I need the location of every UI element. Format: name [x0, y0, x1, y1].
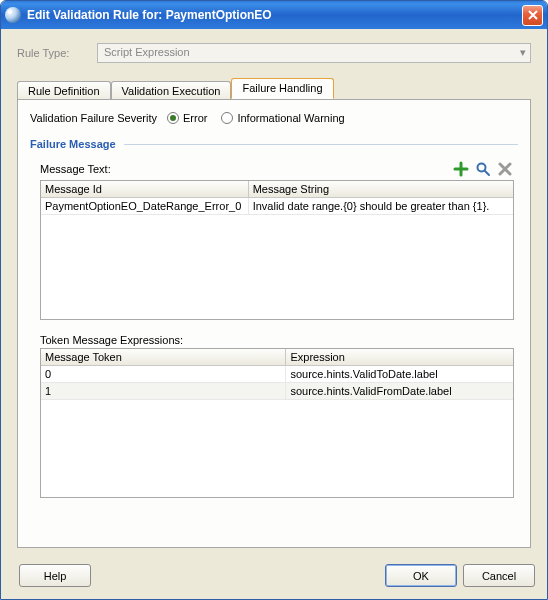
- radio-label: Informational Warning: [237, 112, 344, 124]
- group-title: Failure Message: [30, 138, 116, 150]
- table-row[interactable]: 0 source.hints.ValidToDate.label: [41, 366, 513, 383]
- cell-expression[interactable]: source.hints.ValidToDate.label: [286, 366, 513, 382]
- search-icon: [475, 161, 491, 177]
- tab-bar: Rule Definition Validation Execution Fai…: [17, 77, 531, 99]
- radio-label: Error: [183, 112, 207, 124]
- message-table: Message Id Message String PaymentOptionE…: [40, 180, 514, 320]
- failure-message-group: Failure Message Message Text:: [30, 138, 518, 539]
- cell-token[interactable]: 0: [41, 366, 286, 382]
- tab-rule-definition[interactable]: Rule Definition: [17, 81, 111, 100]
- table-header: Message Id Message String: [41, 181, 513, 198]
- table-body: PaymentOptionEO_DateRange_Error_0 Invali…: [41, 198, 513, 319]
- col-message-string[interactable]: Message String: [249, 181, 513, 197]
- content-area: Rule Type: Script Expression ▾ Rule Defi…: [1, 29, 547, 556]
- cell-message-string[interactable]: Invalid date range.{0} should be greater…: [249, 198, 513, 214]
- col-message-id[interactable]: Message Id: [41, 181, 249, 197]
- dialog-window: Edit Validation Rule for: PaymentOptionE…: [0, 0, 548, 600]
- message-toolbar: [452, 160, 514, 178]
- table-row[interactable]: PaymentOptionEO_DateRange_Error_0 Invali…: [41, 198, 513, 215]
- token-label: Token Message Expressions:: [40, 334, 514, 346]
- tab-failure-handling[interactable]: Failure Handling: [231, 78, 333, 99]
- group-divider: [124, 144, 518, 145]
- search-message-button[interactable]: [474, 160, 492, 178]
- tab-label: Validation Execution: [122, 85, 221, 97]
- radio-dot-icon: [221, 112, 233, 124]
- radio-error[interactable]: Error: [167, 112, 207, 124]
- token-table: Message Token Expression 0 source.hints.…: [40, 348, 514, 498]
- rule-type-select[interactable]: Script Expression ▾: [97, 43, 531, 63]
- message-text-label: Message Text:: [40, 163, 111, 175]
- ok-button[interactable]: OK: [385, 564, 457, 587]
- help-button[interactable]: Help: [19, 564, 91, 587]
- add-message-button[interactable]: [452, 160, 470, 178]
- cell-token[interactable]: 1: [41, 383, 286, 399]
- cell-expression[interactable]: source.hints.ValidFromDate.label: [286, 383, 513, 399]
- tab-validation-execution[interactable]: Validation Execution: [111, 81, 232, 100]
- chevron-down-icon: ▾: [520, 46, 526, 59]
- cancel-button[interactable]: Cancel: [463, 564, 535, 587]
- severity-row: Validation Failure Severity Error Inform…: [30, 112, 518, 124]
- rule-type-row: Rule Type: Script Expression ▾: [17, 43, 531, 63]
- col-expression[interactable]: Expression: [286, 349, 513, 365]
- tab-panel-failure-handling: Validation Failure Severity Error Inform…: [17, 99, 531, 548]
- dialog-footer: Help OK Cancel: [1, 556, 547, 599]
- cell-message-id[interactable]: PaymentOptionEO_DateRange_Error_0: [41, 198, 249, 214]
- close-button[interactable]: [522, 5, 543, 26]
- titlebar: Edit Validation Rule for: PaymentOptionE…: [1, 1, 547, 29]
- delete-message-button[interactable]: [496, 160, 514, 178]
- radio-informational-warning[interactable]: Informational Warning: [221, 112, 344, 124]
- group-header: Failure Message: [30, 138, 518, 150]
- col-message-token[interactable]: Message Token: [41, 349, 286, 365]
- group-body: Message Text:: [30, 156, 518, 539]
- rule-type-label: Rule Type:: [17, 47, 97, 59]
- tab-label: Rule Definition: [28, 85, 100, 97]
- close-icon: [528, 10, 538, 20]
- plus-icon: [453, 161, 469, 177]
- delete-icon: [497, 161, 513, 177]
- app-icon: [5, 7, 21, 23]
- tab-label: Failure Handling: [242, 82, 322, 94]
- rule-type-value: Script Expression: [104, 46, 190, 58]
- window-title: Edit Validation Rule for: PaymentOptionE…: [27, 8, 522, 22]
- radio-dot-icon: [167, 112, 179, 124]
- table-body: 0 source.hints.ValidToDate.label 1 sourc…: [41, 366, 513, 497]
- table-row[interactable]: 1 source.hints.ValidFromDate.label: [41, 383, 513, 400]
- message-text-row: Message Text:: [40, 160, 514, 178]
- severity-label: Validation Failure Severity: [30, 112, 157, 124]
- table-header: Message Token Expression: [41, 349, 513, 366]
